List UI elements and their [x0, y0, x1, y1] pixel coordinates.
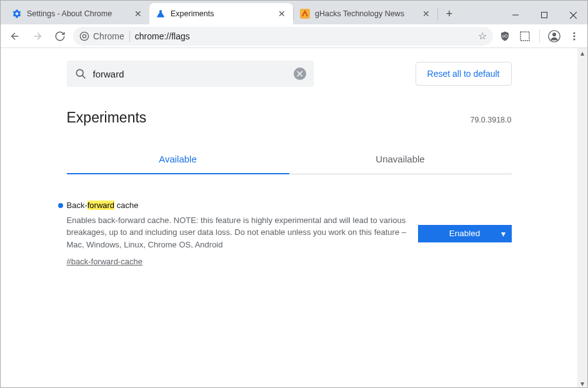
- page-title: Experiments: [67, 109, 147, 126]
- toolbar-divider: [539, 29, 540, 43]
- close-icon[interactable]: ✕: [421, 9, 431, 19]
- gear-icon: [12, 9, 22, 19]
- search-icon: [74, 67, 87, 80]
- omnibox[interactable]: Chrome chrome://flags ☆: [73, 27, 493, 46]
- tab-unavailable[interactable]: Unavailable: [289, 147, 512, 174]
- chrome-version: 79.0.3918.0: [470, 116, 511, 124]
- svg-point-6: [82, 34, 86, 37]
- page: ✕ Reset all to default Experiments 79.0.…: [1, 48, 577, 388]
- close-icon[interactable]: ✕: [277, 9, 287, 19]
- svg-point-10: [552, 32, 556, 36]
- close-window-button[interactable]: [559, 6, 587, 24]
- flag-tabs: Available Unavailable: [67, 147, 512, 174]
- ublock-icon[interactable]: uO: [497, 28, 513, 44]
- dropdown-value: Enabled: [449, 229, 481, 238]
- svg-rect-8: [521, 32, 529, 41]
- svg-point-13: [573, 38, 575, 40]
- menu-icon[interactable]: [566, 28, 582, 44]
- tab-available[interactable]: Available: [67, 147, 289, 174]
- scrollbar[interactable]: ▴ ▾: [577, 48, 587, 388]
- chrome-chip-label: Chrome: [93, 31, 124, 41]
- tab-ghacks[interactable]: gHacks Technology News ✕: [294, 3, 437, 24]
- maximize-button[interactable]: [530, 6, 559, 24]
- flag-dot-icon: [58, 203, 63, 208]
- tab-label: gHacks Technology News: [315, 9, 416, 18]
- svg-line-15: [82, 76, 85, 79]
- reset-all-button[interactable]: Reset all to default: [416, 62, 512, 86]
- ghacks-icon: [300, 9, 310, 19]
- flag-item: Back-forward cache Enables back-forward …: [67, 199, 512, 268]
- chevron-down-icon: ▾: [501, 229, 506, 239]
- viewport: ✕ Reset all to default Experiments 79.0.…: [1, 48, 587, 388]
- flags-search-input[interactable]: [93, 69, 287, 79]
- tab-experiments[interactable]: Experiments ✕: [149, 3, 293, 24]
- window-controls: [501, 6, 587, 24]
- scroll-down-icon[interactable]: ▾: [581, 379, 584, 388]
- forward-button[interactable]: [28, 27, 47, 46]
- toolbar: Chrome chrome://flags ☆ uO: [1, 24, 587, 48]
- flag-state-dropdown[interactable]: Enabled ▾: [418, 225, 512, 242]
- titlebar: Settings - About Chrome ✕ Experiments ✕ …: [1, 1, 587, 24]
- tab-label: Experiments: [171, 9, 272, 18]
- omnibox-url: chrome://flags: [135, 31, 190, 41]
- bookmark-icon[interactable]: ☆: [478, 30, 487, 42]
- svg-rect-2: [542, 12, 547, 18]
- svg-point-14: [76, 69, 83, 76]
- flag-title-highlight: forward: [87, 201, 114, 210]
- flask-icon: [156, 9, 166, 19]
- flags-search-box[interactable]: ✕: [67, 61, 314, 87]
- scroll-up-icon[interactable]: ▴: [581, 48, 584, 58]
- flag-description: Enables back-forward cache. NOTE: this f…: [67, 214, 408, 251]
- new-tab-button[interactable]: +: [441, 5, 458, 22]
- back-button[interactable]: [6, 27, 24, 46]
- svg-point-11: [573, 32, 575, 34]
- svg-point-5: [80, 32, 88, 40]
- omnibox-divider: [129, 31, 130, 42]
- reload-button[interactable]: [51, 27, 69, 46]
- close-icon[interactable]: ✕: [133, 9, 143, 19]
- tabs-strip: Settings - About Chrome ✕ Experiments ✕ …: [6, 3, 501, 24]
- tab-divider: [437, 7, 438, 20]
- flag-title: Back-forward cache: [58, 199, 408, 212]
- clear-search-icon[interactable]: ✕: [294, 67, 306, 80]
- flag-title-pre: Back-: [67, 201, 87, 210]
- flag-title-post: cache: [114, 201, 138, 210]
- svg-text:uO: uO: [502, 34, 507, 38]
- tab-label: Settings - About Chrome: [27, 9, 128, 18]
- tab-settings[interactable]: Settings - About Chrome ✕: [6, 3, 149, 24]
- minimize-button[interactable]: [501, 6, 530, 24]
- chrome-chip: Chrome: [79, 31, 124, 41]
- account-icon[interactable]: [546, 28, 562, 44]
- svg-point-12: [573, 35, 575, 37]
- flag-hash-link[interactable]: #back-forward-cache: [67, 256, 142, 268]
- extension-icon[interactable]: [517, 28, 533, 44]
